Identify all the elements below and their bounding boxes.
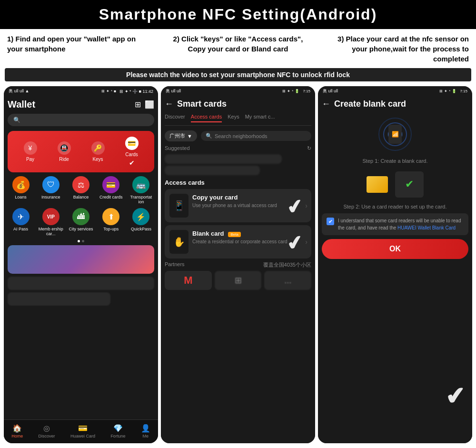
suggested-section: Suggested ↻ [165, 145, 311, 175]
ai-pass-item[interactable]: ✈ AI Pass [8, 208, 34, 236]
wallet-search[interactable]: 🔍 [8, 114, 154, 126]
back-header-3: ← Create blank card [322, 99, 468, 109]
checkbox-checked[interactable]: ✔ [327, 218, 334, 225]
disclaimer-box: ✔ I understand that some card readers wi… [322, 213, 468, 235]
loans-item[interactable]: 💰 Loans [8, 176, 34, 204]
back-arrow-3[interactable]: ← [322, 99, 330, 109]
nfc-illustration: 📶 [322, 114, 468, 154]
partners-section: Partners 覆盖全国4035个小区 M ⊞ ... [165, 261, 311, 290]
video-banner: Please watch the video to set your smart… [5, 68, 471, 81]
chevron-right-copy: › [305, 202, 307, 209]
scan-icon[interactable]: ⬜ [145, 100, 154, 109]
card-reader-device: ✔ [395, 171, 424, 198]
page-dots [8, 240, 154, 242]
status-bar-2: 奥 ull ull ⊞✦*🔋 7:15 [161, 86, 315, 96]
transport-item[interactable]: 🚌 Transportat ion [128, 176, 154, 204]
back-arrow-2[interactable]: ← [165, 99, 173, 109]
wallet-title: Wallet [8, 99, 35, 110]
suggested-blur-2 [165, 166, 260, 175]
ok-button[interactable]: OK [322, 239, 468, 259]
location-search-row: 广州市 ▼ 🔍 Search neighborhoods [165, 130, 311, 141]
step-1: 1) Find and open your "wallet" app on yo… [0, 34, 159, 64]
access-cards-section: Access cards 📱 Copy your card Use your p… [165, 179, 311, 259]
keys-label: Keys [92, 157, 103, 162]
pay-label: Pay [26, 157, 34, 162]
yellow-card [367, 176, 388, 193]
status-left-1: 奥 ull ull ▲ [9, 88, 29, 94]
status-bar-3: 奥 ull ull ⊞✦*🔋 7:15 [318, 86, 472, 96]
chevron-right-blank: › [305, 238, 307, 246]
phones-container: 奥 ull ull ▲ ⊞✦*■ ⊞ ✦ * ➕ ■ 11:42 Wallet … [0, 83, 476, 443]
nav-huawei-card[interactable]: 💳 Huawei Card [70, 424, 95, 438]
copy-card-icon-box: 📱 [169, 194, 188, 218]
steps-row: 1) Find and open your "wallet" app on yo… [0, 29, 476, 66]
huawei-card-icon: 💳 [78, 424, 88, 433]
partner-other[interactable]: ... [264, 271, 311, 290]
status-left-3: 奥 ull ull [323, 88, 338, 94]
blank-card-item[interactable]: ✋ Blank card Beta Create a residential o… [165, 225, 311, 259]
smart-cards-title: Smart cards [177, 99, 227, 109]
blank-card-title: Blank card [192, 230, 224, 237]
nav-me[interactable]: 👤 Me [141, 424, 150, 438]
discover-icon: ◎ [43, 424, 50, 433]
partners-label: Partners [165, 261, 185, 269]
qr-icon[interactable]: ⊞ [135, 100, 141, 109]
insurance-item[interactable]: 🛡 Insurance [38, 176, 64, 204]
search-icon-2: 🔍 [206, 133, 212, 139]
partners-row: Partners 覆盖全国4035个小区 [165, 261, 311, 269]
tab-my-smart[interactable]: My smart c... [245, 114, 275, 122]
ride-label: Ride [59, 157, 69, 162]
step1-text: Step 1: Create a blank card. [322, 158, 468, 164]
refresh-icon[interactable]: ↻ [307, 145, 311, 151]
blurred-row-2 [8, 292, 110, 306]
tab-access-cards[interactable]: Access cards [191, 114, 222, 122]
banner-card [8, 245, 154, 274]
cards-item[interactable]: 💳 Cards ✔ [125, 137, 139, 167]
ride-item[interactable]: 🚇 Ride [58, 141, 71, 162]
location-text: 广州市 [169, 132, 185, 139]
icon-grid: 💰 Loans 🛡 Insurance ⚖ Balance 💳 Credit c… [8, 176, 154, 236]
blank-card-icon-box: ✋ [169, 230, 188, 254]
time-3: 7:15 [460, 89, 467, 93]
search-neighborhoods[interactable]: 🔍 Search neighborhoods [201, 131, 311, 141]
credit-cards-item[interactable]: 💳 Credit cards [98, 176, 124, 204]
back-header-2: ← Smart cards [165, 99, 311, 109]
topups-item[interactable]: ⬆ Top-ups [98, 208, 124, 236]
main-title: Smartphone NFC Setting(Android) [99, 6, 377, 23]
search-icon: 🔍 [13, 117, 20, 123]
tab-bar-2: Discover Access cards Keys My smart c... [165, 114, 311, 126]
tab-discover[interactable]: Discover [165, 114, 185, 122]
nav-discover[interactable]: ◎ Discover [39, 424, 55, 438]
keys-item[interactable]: 🔑 Keys [91, 141, 105, 162]
tab-keys[interactable]: Keys [228, 114, 239, 122]
step2-text: Step 2: Use a card reader to set up the … [322, 204, 468, 209]
membership-item[interactable]: VIP Memb ership car... [38, 208, 64, 236]
search-placeholder: Search neighborhoods [215, 133, 268, 139]
me-label: Me [143, 434, 149, 438]
cards-label: Cards [125, 152, 138, 157]
copy-card-item[interactable]: 📱 Copy your card Use your phone as a vir… [165, 189, 311, 222]
partner-qr[interactable]: ⊞ [215, 271, 262, 290]
ok-label: OK [389, 245, 401, 253]
fortune-icon: 💎 [113, 424, 123, 433]
red-card: ¥ Pay 🚇 Ride 🔑 Keys 💳 Cards ✔ [8, 131, 154, 172]
status-right-1: ⊞✦*■ ⊞ ✦ * ➕ ■ 11:42 [101, 89, 153, 94]
home-label: Home [11, 434, 23, 438]
green-check-icon: ✔ [405, 178, 414, 190]
location-chip[interactable]: 广州市 ▼ [165, 130, 197, 141]
me-icon: 👤 [141, 424, 150, 433]
nav-home[interactable]: 🏠 Home [11, 424, 23, 438]
status-bar-1: 奥 ull ull ▲ ⊞✦*■ ⊞ ✦ * ➕ ■ 11:42 [4, 86, 158, 96]
pay-item[interactable]: ¥ Pay [24, 141, 37, 162]
quickpass-item[interactable]: ⚡ QuickPass [128, 208, 154, 236]
partner-m[interactable]: M [165, 271, 212, 290]
time-1: ⊞ ✦ * ➕ ■ 11:42 [119, 89, 153, 94]
home-icon: 🏠 [12, 424, 22, 433]
balance-item[interactable]: ⚖ Balance [68, 176, 94, 204]
disclaimer-link[interactable]: HUAWEI Wallet Blank Card [397, 225, 456, 230]
huawei-card-label: Huawei Card [70, 434, 95, 438]
nav-fortune[interactable]: 💎 Fortune [110, 424, 125, 438]
phone-1: 奥 ull ull ▲ ⊞✦*■ ⊞ ✦ * ➕ ■ 11:42 Wallet … [4, 86, 158, 443]
access-cards-title: Access cards [165, 179, 311, 186]
city-services-item[interactable]: 🏙 City services [68, 208, 94, 236]
